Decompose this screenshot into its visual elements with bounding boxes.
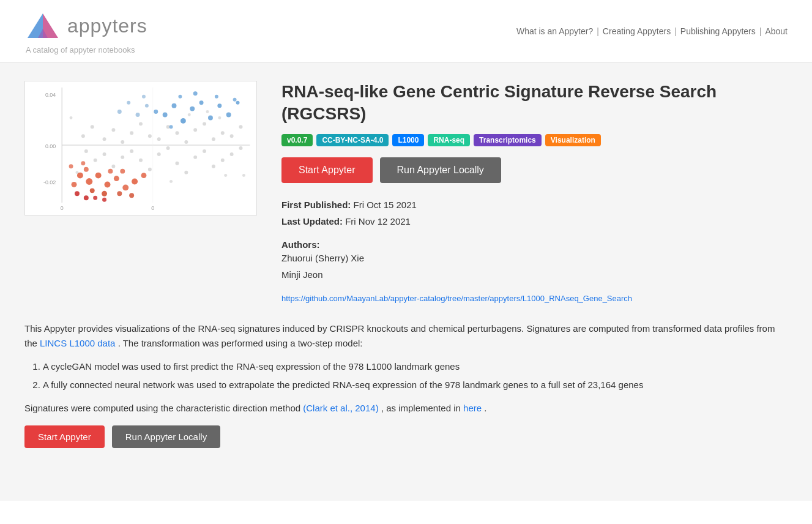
svg-point-42 <box>203 149 206 153</box>
last-updated-label: Last Updated: <box>281 216 343 226</box>
logo-text: appyters <box>67 15 147 37</box>
svg-point-46 <box>239 146 243 150</box>
start-appyter-button-top[interactable]: Start Appyter <box>281 157 373 183</box>
nav-what-is-appyter[interactable]: What is an Appyter? <box>516 26 593 36</box>
svg-point-76 <box>86 178 92 185</box>
author-name: Minji Jeon <box>281 266 788 283</box>
svg-point-14 <box>111 128 115 132</box>
nav-sep-3: | <box>759 26 762 36</box>
svg-point-43 <box>212 165 215 168</box>
here-link[interactable]: here <box>463 403 482 413</box>
svg-point-67 <box>215 95 218 99</box>
svg-point-18 <box>148 134 152 138</box>
desc-text-1-cont: . The transformation was performed using… <box>118 338 363 348</box>
clark-link[interactable]: (Clark et al., 2014) <box>303 403 378 413</box>
svg-point-71 <box>127 101 130 105</box>
description-p2: Signatures were computed using the chara… <box>24 401 788 416</box>
svg-point-69 <box>233 98 237 102</box>
authors-section: Authors: Zhuorui (Sherry) XieMinji Jeon <box>281 239 788 283</box>
svg-point-37 <box>157 152 161 156</box>
svg-point-58 <box>190 107 195 111</box>
badges-container: v0.0.7CC-BY-NC-SA-4.0L1000RNA-seqTranscr… <box>281 134 788 146</box>
svg-point-41 <box>193 155 197 159</box>
top-btn-group: Start Appyter Run Appyter Locally <box>281 157 788 183</box>
svg-point-12 <box>91 125 94 129</box>
lincs-link[interactable]: LINCS L1000 data <box>40 338 115 348</box>
svg-point-22 <box>184 140 188 144</box>
chart-thumbnail: 0.04 0.00 -0.02 0 0 <box>24 81 257 215</box>
main-content: 0.04 0.00 -0.02 0 0 <box>0 62 812 501</box>
svg-point-70 <box>117 110 122 114</box>
desc-p2-end: . <box>484 403 486 413</box>
nav-creating-appyters[interactable]: Creating Appyters <box>603 26 671 36</box>
svg-point-53 <box>188 113 191 116</box>
svg-point-34 <box>130 149 133 153</box>
svg-text:0.00: 0.00 <box>45 143 56 149</box>
nav-sep-2: | <box>674 26 677 36</box>
svg-point-23 <box>193 128 197 132</box>
run-locally-button-bottom[interactable]: Run Appyter Locally <box>112 425 220 448</box>
svg-point-89 <box>108 169 113 174</box>
svg-point-90 <box>120 169 125 174</box>
svg-point-27 <box>230 134 234 138</box>
svg-point-26 <box>221 131 225 135</box>
svg-text:0: 0 <box>61 205 64 211</box>
start-appyter-button-bottom[interactable]: Start Appyter <box>24 425 105 448</box>
svg-point-39 <box>175 162 179 165</box>
svg-point-50 <box>224 174 227 177</box>
app-info: RNA-seq-like Gene Centric Signature Reve… <box>281 81 788 303</box>
svg-point-59 <box>199 100 204 105</box>
svg-point-91 <box>69 164 73 168</box>
nav-sep-1: | <box>597 26 599 36</box>
badge-cc-by-nc-sa-4-0: CC-BY-NC-SA-4.0 <box>316 134 389 146</box>
svg-point-38 <box>166 146 170 150</box>
logo-row: appyters <box>24 7 147 44</box>
svg-point-64 <box>169 125 173 129</box>
svg-point-75 <box>77 173 83 179</box>
svg-point-80 <box>122 184 129 190</box>
svg-point-55 <box>163 113 168 118</box>
svg-point-32 <box>111 165 115 168</box>
run-locally-button-top[interactable]: Run Appyter Locally <box>380 157 501 183</box>
svg-point-73 <box>145 104 149 108</box>
svg-point-36 <box>148 168 152 171</box>
last-updated-value: Fri Nov 12 2021 <box>345 216 411 226</box>
svg-point-49 <box>218 116 221 119</box>
svg-point-68 <box>193 91 198 95</box>
authors-label: Authors: <box>281 239 788 250</box>
badge-v0-0-7: v0.0.7 <box>281 134 313 146</box>
nav-links: What is an Appyter? | Creating Appyters … <box>516 26 788 36</box>
svg-text:0: 0 <box>151 205 154 211</box>
svg-point-40 <box>184 171 188 174</box>
nav-about[interactable]: About <box>765 26 788 36</box>
svg-point-65 <box>154 110 158 114</box>
svg-point-29 <box>84 149 88 153</box>
list-item: A cycleGAN model was used to first predi… <box>43 359 788 374</box>
last-updated-row: Last Updated: Fri Nov 12 2021 <box>281 213 788 230</box>
github-link[interactable]: https://github.com/MaayanLab/appyter-cat… <box>281 294 632 303</box>
svg-point-74 <box>142 95 146 99</box>
svg-point-93 <box>75 191 80 196</box>
svg-point-77 <box>95 173 102 179</box>
svg-point-44 <box>221 159 225 162</box>
svg-point-33 <box>121 155 124 159</box>
svg-point-84 <box>90 188 95 193</box>
scatter-plot: 0.04 0.00 -0.02 0 0 <box>25 81 256 215</box>
svg-point-81 <box>132 179 138 185</box>
svg-point-92 <box>81 161 85 165</box>
svg-point-82 <box>141 173 146 178</box>
svg-point-35 <box>139 159 143 162</box>
svg-point-19 <box>157 137 161 141</box>
svg-point-85 <box>102 191 107 196</box>
logo-subtitle: A catalog of appyter notebooks <box>26 45 135 54</box>
desc-p2-mid: , as implemented in <box>381 403 461 413</box>
first-published-row: First Published: Fri Oct 15 2021 <box>281 196 788 213</box>
svg-point-60 <box>208 115 213 120</box>
svg-point-72 <box>136 113 140 117</box>
svg-point-88 <box>84 167 89 172</box>
svg-point-56 <box>172 103 177 108</box>
svg-point-52 <box>242 174 245 177</box>
nav-publishing-appyters[interactable]: Publishing Appyters <box>680 26 756 36</box>
svg-point-54 <box>169 180 173 183</box>
svg-text:-0.02: -0.02 <box>43 179 56 185</box>
